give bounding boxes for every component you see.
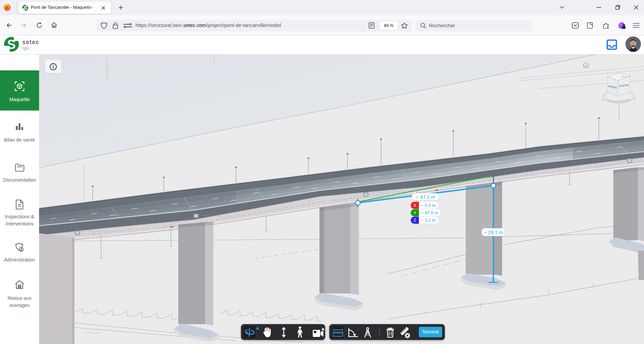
svg-text:S: S bbox=[24, 5, 27, 10]
svg-text:S: S bbox=[7, 37, 16, 52]
